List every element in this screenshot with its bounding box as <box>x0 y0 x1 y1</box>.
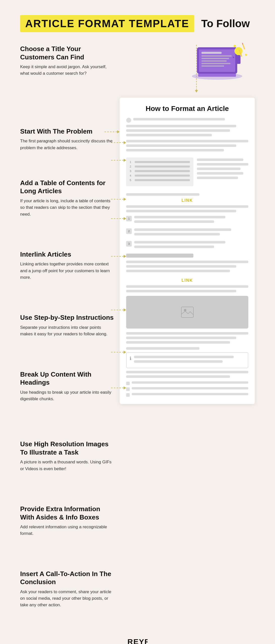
illustration <box>184 32 255 85</box>
tip-8: Provide Extra Information With Asides & … <box>20 505 115 537</box>
tip-9: Insert A Call-To-Action In The Conclusio… <box>20 570 115 609</box>
mockup-line <box>134 360 223 363</box>
svg-point-16 <box>245 54 247 56</box>
mockup-cta-block <box>126 381 248 397</box>
toc-num: 3 <box>130 170 133 173</box>
content-area: Choose a Title Your Customers Can Find K… <box>20 45 255 619</box>
page-wrapper: ARTICLE FORMAT TEMPLATE To Follow Choose… <box>0 0 275 644</box>
tip-1: Choose a Title Your Customers Can Find K… <box>20 45 115 77</box>
mockup-line <box>132 387 248 389</box>
toc-line <box>135 175 190 177</box>
tip-6-desc: Use headings to break up your article in… <box>20 389 115 403</box>
step-lines <box>134 241 248 250</box>
toc-num: 2 <box>130 165 133 168</box>
mockup-cta-section <box>126 381 248 397</box>
svg-marker-14 <box>242 42 243 45</box>
tip-7: Use High Resolution Images To Illustrate… <box>20 440 115 472</box>
tip-8-title: Provide Extra Information With Asides & … <box>20 505 115 521</box>
tip-6: Break Up Content With Headings Use headi… <box>20 370 115 403</box>
header-badge-text: ARTICLE FORMAT TEMPLATE <box>25 18 189 29</box>
mockup-line <box>134 246 214 248</box>
toc-row-4: 4 <box>130 174 190 177</box>
cta-icon <box>126 382 130 385</box>
connector-tip7 <box>111 308 126 311</box>
header-badge: ARTICLE FORMAT TEMPLATE <box>20 15 194 32</box>
step-lines <box>134 216 248 225</box>
step-num: 2 <box>126 228 132 234</box>
mockup-line <box>126 134 212 136</box>
mockup-line <box>126 265 236 268</box>
step-2: 2 <box>126 228 248 237</box>
mockup-avatar-circle <box>126 118 131 123</box>
mockup-line <box>126 210 236 212</box>
mockup-line <box>132 381 248 384</box>
tip-7-title: Use High Resolution Images To Illustrate… <box>20 440 115 456</box>
tip-4-title: Interlink Articles <box>20 250 115 259</box>
toc-num: 5 <box>130 179 133 182</box>
step-num: 3 <box>126 241 132 247</box>
mockup-title-section <box>126 118 248 136</box>
toc-row-2: 2 <box>130 165 190 168</box>
toc-line <box>135 166 190 168</box>
mockup-line <box>126 205 248 208</box>
tip-4: Interlink Articles Linking articles toge… <box>20 250 115 281</box>
cta-icon <box>126 387 130 391</box>
svg-point-15 <box>233 45 236 47</box>
mockup-line <box>126 337 236 339</box>
mockup-info-box: ℹ <box>126 352 248 368</box>
mockup-line <box>134 356 234 358</box>
connector-tip5 <box>111 217 126 220</box>
mockup-line <box>132 393 248 395</box>
mockup-numbered-steps: 1 2 <box>126 216 248 250</box>
mockup-infobox-section: ℹ <box>126 347 248 378</box>
footer-logo-svg: REYRO <box>127 636 148 644</box>
connector-tip2 <box>111 141 126 144</box>
tip-6-title: Break Up Content With Headings <box>20 370 115 387</box>
mockup-gap <box>126 155 248 157</box>
mockup-line <box>197 158 243 161</box>
tip-9-title: Insert A Call-To-Action In The Conclusio… <box>20 570 115 586</box>
tip-2-desc: The first paragraph should succinctly di… <box>20 138 115 151</box>
tip-8-desc: Add relevent information using a recogni… <box>20 524 115 537</box>
connector-tip8 <box>111 351 126 354</box>
mockup-line <box>126 347 199 350</box>
header-suffix: To Follow <box>201 18 250 30</box>
toc-row-5: 5 <box>130 179 190 182</box>
tip-3: Add a Table of Contents for Long Article… <box>20 179 115 218</box>
mockup-line <box>126 193 199 196</box>
mockup-line <box>126 149 224 151</box>
mockup-line <box>126 285 248 288</box>
mockup-link-label-2: LINK <box>126 278 248 283</box>
step-1: 1 <box>126 216 248 225</box>
mockup-interlink-section: LINK <box>126 193 248 212</box>
toc-row-3: 3 <box>130 170 190 173</box>
mockup-line <box>126 341 230 344</box>
mockup-headings-section: LINK <box>126 254 248 292</box>
svg-point-17 <box>233 57 234 58</box>
svg-rect-5 <box>201 58 229 59</box>
mockup-line <box>126 125 236 127</box>
tip-9-desc: Ask your readers to comment, share your … <box>20 589 115 609</box>
gap <box>126 274 248 276</box>
mockup-toc: 1 2 3 4 <box>126 157 193 186</box>
mockup-toc-section: 1 2 3 4 <box>126 157 248 190</box>
step-lines <box>134 228 248 237</box>
connector-tip6 <box>111 255 126 258</box>
mockup-line <box>134 233 220 235</box>
svg-rect-7 <box>201 63 230 64</box>
mockup-line <box>126 140 248 142</box>
mockup-line <box>197 172 243 175</box>
tip-2: Start With The Problem The first paragra… <box>20 127 115 151</box>
down-arrow <box>195 90 198 93</box>
mockup-problem-section <box>126 140 248 151</box>
tips-column: Choose a Title Your Customers Can Find K… <box>20 45 115 619</box>
mockup-line <box>134 241 225 244</box>
connector-tip9 <box>111 386 126 389</box>
svg-rect-4 <box>201 55 232 57</box>
toc-line <box>135 161 190 163</box>
mockup-line <box>126 290 236 292</box>
svg-rect-6 <box>201 60 227 62</box>
tip-4-desc: Linking articles together provides more … <box>20 261 115 281</box>
mockup-line <box>126 129 230 132</box>
mockup-line <box>126 144 236 147</box>
